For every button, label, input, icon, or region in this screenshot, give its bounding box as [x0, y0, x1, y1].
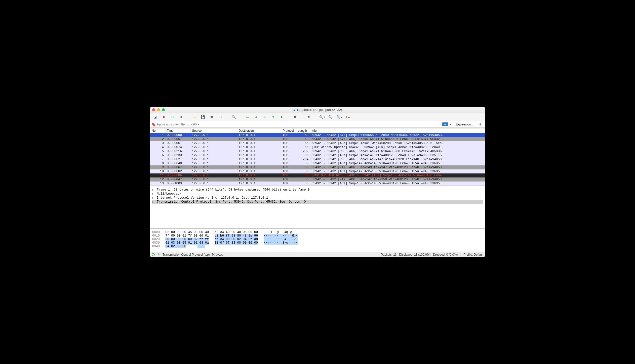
- cell-length: 202: [296, 149, 310, 153]
- col-header-no[interactable]: No.: [150, 128, 165, 133]
- restart-capture-icon[interactable]: ↻: [169, 114, 175, 120]
- packet-row[interactable]: 100.000682127.0.0.1127.0.0.1TCP5653942 →…: [150, 169, 485, 173]
- stop-capture-icon[interactable]: ■: [161, 114, 167, 120]
- autoscroll-icon[interactable]: ≣: [292, 114, 298, 120]
- wireshark-logo-icon[interactable]: ◢: [152, 114, 158, 120]
- expand-caret-icon[interactable]: ▶: [152, 188, 155, 191]
- cell-no: 3: [150, 141, 165, 145]
- cell-no: 7: [150, 157, 165, 161]
- cell-no: 6: [150, 153, 165, 157]
- packet-row[interactable]: 80.000648127.0.0.1127.0.0.1TCP5653942 → …: [150, 161, 485, 165]
- expand-caret-icon[interactable]: ▶: [152, 196, 155, 199]
- close-file-icon[interactable]: ✖: [209, 114, 215, 120]
- detail-text: Frame 1: 68 bytes on wire (544 bits), 68…: [157, 188, 310, 192]
- packet-row[interactable]: 110.000686127.0.0.1127.0.0.1TCP56[TCP Du…: [150, 173, 485, 177]
- cell-length: 56: [296, 173, 310, 177]
- cell-destination: 127.0.0.1: [237, 157, 281, 161]
- go-back-icon[interactable]: ⬅: [244, 114, 250, 120]
- packet-row[interactable]: 70.000627127.0.0.1127.0.0.1TCP20465432 →…: [150, 157, 485, 161]
- cell-no: 9: [150, 165, 165, 169]
- expand-caret-icon[interactable]: ▶: [152, 192, 155, 195]
- expert-info-icon[interactable]: [152, 253, 155, 256]
- apply-filter-button[interactable]: ➔: [442, 122, 448, 126]
- packet-bytes-pane[interactable]: 0000 02 00 00 00 45 00 00 40 d2 34 40 00…: [150, 229, 485, 252]
- reload-icon[interactable]: ⟲: [217, 114, 223, 120]
- cell-protocol: TCP: [281, 145, 296, 149]
- cell-source: 127.0.0.1: [190, 173, 237, 177]
- zoom-out-icon[interactable]: 🔍-: [328, 114, 334, 120]
- col-header-time[interactable]: Time: [165, 128, 190, 133]
- cell-info: 65432 → 53942 [PSH, ACK] Seq=1 Ack=147 W…: [310, 157, 485, 161]
- first-packet-icon[interactable]: ⬆: [270, 114, 276, 120]
- cell-source: 127.0.0.1: [190, 153, 237, 157]
- find-icon[interactable]: 🔍: [231, 114, 237, 120]
- cell-time: 0.000682: [165, 169, 190, 173]
- hex-line[interactable]: 0000 02 00 00 00 45 00 00 40 d2 34 40 00…: [152, 231, 483, 234]
- main-toolbar: ◢ ■ ↻ ⚙ ▭ 💾 ✖ ⟲ 🔍 ⬅ ➡ ➔ ⬆ ⬇ ≣ ≡ 🔍+ 🔍- 🔍=…: [150, 113, 485, 121]
- detail-tree-item[interactable]: ▶Internet Protocol Version 4, Src: 127.0…: [152, 196, 483, 200]
- last-packet-icon[interactable]: ⬇: [279, 114, 285, 120]
- cell-info: 53942 → 65432 [ACK] Seq=147 Ack=150 Win=…: [310, 169, 485, 173]
- hex-line[interactable]: 0020 00 00 00 00 b0 02 ff ff fe 34 00 00…: [152, 238, 483, 241]
- col-header-destination[interactable]: Destination: [237, 128, 281, 133]
- cell-protocol: TCP: [281, 149, 296, 153]
- cell-time: 0.000648: [165, 161, 190, 165]
- cell-no: 5: [150, 149, 165, 153]
- col-header-source[interactable]: Source: [190, 128, 237, 133]
- col-header-protocol[interactable]: Protocol: [281, 128, 296, 133]
- display-filter-input[interactable]: [156, 122, 442, 127]
- bookmark-icon[interactable]: 🔖: [151, 122, 156, 126]
- packet-details-pane[interactable]: ▶Frame 1: 68 bytes on wire (544 bits), 6…: [150, 186, 485, 229]
- filter-bar: 🔖 ➔ ▾ Expression… +: [150, 121, 485, 128]
- wireshark-fin-icon: ◢: [293, 108, 295, 112]
- cell-time: 0.000847: [165, 177, 190, 181]
- col-header-info[interactable]: Info: [310, 128, 485, 133]
- cell-protocol: TCP: [281, 141, 296, 145]
- detail-tree-item[interactable]: ▶Frame 1: 68 bytes on wire (544 bits), 6…: [152, 188, 483, 192]
- save-file-icon[interactable]: 💾: [200, 114, 206, 120]
- cell-source: 127.0.0.1: [190, 137, 237, 141]
- packet-row[interactable]: 120.000847127.0.0.1127.0.0.1TCP5653942 →…: [150, 177, 485, 181]
- hex-line[interactable]: 0010 7f 00 00 01 7f 00 00 01 d2 b6 ff 98…: [152, 234, 483, 238]
- go-forward-icon[interactable]: ➡: [253, 114, 259, 120]
- packet-row[interactable]: 90.000667127.0.0.1127.0.0.1TCP5665432 → …: [150, 165, 485, 169]
- packet-row[interactable]: 40.000074127.0.0.1127.0.0.1TCP56[TCP Win…: [150, 145, 485, 149]
- resize-columns-icon[interactable]: ⫞⫠: [345, 114, 351, 120]
- expand-caret-icon[interactable]: ▶: [152, 200, 155, 203]
- detail-tree-item[interactable]: ▶Null/Loopback: [152, 192, 483, 196]
- zoom-reset-icon[interactable]: 🔍=: [336, 114, 342, 120]
- capture-options-icon[interactable]: ⚙: [178, 114, 184, 120]
- packet-row[interactable]: 10.000000127.0.0.1127.0.0.1TCP6853942 → …: [150, 133, 485, 138]
- cell-source: 127.0.0.1: [190, 149, 237, 153]
- filter-history-dropdown[interactable]: ▾: [448, 123, 453, 126]
- open-file-icon[interactable]: ▭: [191, 114, 197, 120]
- cell-info: 65432 → 53942 [ACK] Seq=150 Ack=148 Win=…: [310, 181, 485, 186]
- cell-time: 0.000686: [165, 173, 190, 177]
- goto-packet-icon[interactable]: ➔: [261, 114, 267, 120]
- cell-length: 56: [296, 165, 310, 169]
- cell-source: 127.0.0.1: [190, 177, 237, 181]
- packet-row[interactable]: 30.000067127.0.0.1127.0.0.1TCP5653942 → …: [150, 141, 485, 145]
- hex-line[interactable]: 0040 04 02 00 00 ····: [152, 245, 483, 248]
- add-filter-button[interactable]: +: [477, 122, 484, 127]
- cell-time: 0.000216: [165, 149, 190, 153]
- detail-tree-item[interactable]: ▶Transmission Control Protocol, Src Port…: [152, 200, 483, 204]
- status-profile[interactable]: Profile: Default: [460, 253, 483, 256]
- packet-row[interactable]: 20.000057127.0.0.1127.0.0.1TCP6865432 → …: [150, 137, 485, 141]
- expression-button[interactable]: Expression…: [453, 122, 477, 127]
- cell-protocol: TCP: [281, 161, 296, 165]
- packet-row[interactable]: 130.001003127.0.0.1127.0.0.1TCP5665432 →…: [150, 181, 485, 186]
- hex-line[interactable]: 0030 01 03 03 05 01 01 08 0a 38 0f 67 83…: [152, 241, 483, 245]
- cell-info: 53942 → 65432 [PSH, ACK] Seq=1 Ack=1 Win…: [310, 149, 485, 153]
- coloring-icon[interactable]: ≡: [306, 114, 312, 120]
- cell-length: 56: [296, 141, 310, 145]
- cell-no: 10: [150, 169, 165, 173]
- packet-row[interactable]: 50.000216127.0.0.1127.0.0.1TCP20253942 →…: [150, 149, 485, 153]
- edit-capture-comment-icon[interactable]: ✎: [157, 253, 160, 256]
- cell-destination: 127.0.0.1: [237, 177, 281, 181]
- packet-row[interactable]: 60.000233127.0.0.1127.0.0.1TCP5665432 → …: [150, 153, 485, 157]
- col-header-length[interactable]: Length: [296, 128, 310, 133]
- cell-destination: 127.0.0.1: [237, 169, 281, 173]
- zoom-in-icon[interactable]: 🔍+: [319, 114, 325, 120]
- cell-time: 0.000667: [165, 165, 190, 169]
